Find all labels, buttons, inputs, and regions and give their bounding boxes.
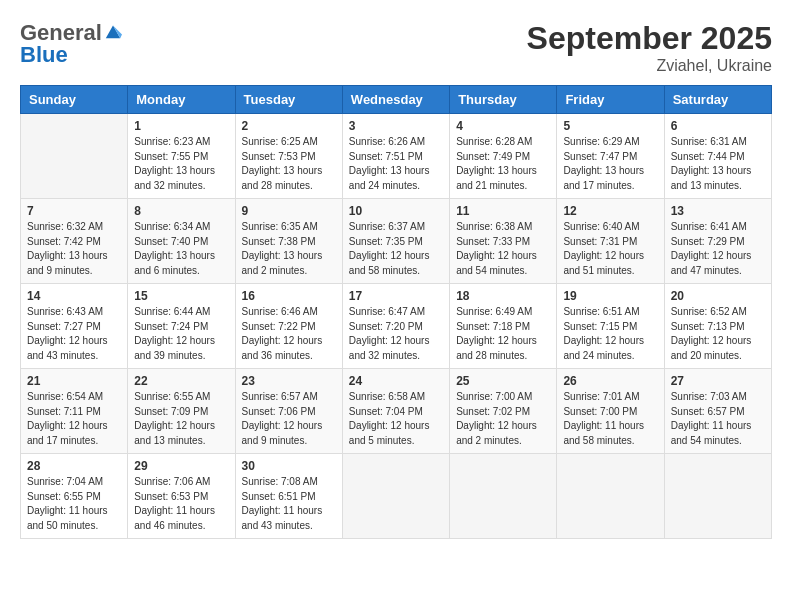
- calendar-cell: 29Sunrise: 7:06 AM Sunset: 6:53 PM Dayli…: [128, 454, 235, 539]
- weekday-header-saturday: Saturday: [664, 86, 771, 114]
- day-number: 11: [456, 204, 550, 218]
- day-number: 8: [134, 204, 228, 218]
- logo: General Blue: [20, 20, 122, 68]
- day-info: Sunrise: 6:58 AM Sunset: 7:04 PM Dayligh…: [349, 390, 443, 448]
- day-info: Sunrise: 7:04 AM Sunset: 6:55 PM Dayligh…: [27, 475, 121, 533]
- day-number: 1: [134, 119, 228, 133]
- day-number: 23: [242, 374, 336, 388]
- weekday-header-sunday: Sunday: [21, 86, 128, 114]
- calendar-cell: 4Sunrise: 6:28 AM Sunset: 7:49 PM Daylig…: [450, 114, 557, 199]
- calendar-cell: 24Sunrise: 6:58 AM Sunset: 7:04 PM Dayli…: [342, 369, 449, 454]
- day-number: 7: [27, 204, 121, 218]
- calendar-cell: 10Sunrise: 6:37 AM Sunset: 7:35 PM Dayli…: [342, 199, 449, 284]
- day-number: 24: [349, 374, 443, 388]
- day-number: 26: [563, 374, 657, 388]
- day-number: 25: [456, 374, 550, 388]
- calendar-cell: [450, 454, 557, 539]
- calendar-cell: 28Sunrise: 7:04 AM Sunset: 6:55 PM Dayli…: [21, 454, 128, 539]
- day-info: Sunrise: 6:43 AM Sunset: 7:27 PM Dayligh…: [27, 305, 121, 363]
- logo-icon: [104, 22, 122, 40]
- day-info: Sunrise: 6:51 AM Sunset: 7:15 PM Dayligh…: [563, 305, 657, 363]
- calendar-header-row: SundayMondayTuesdayWednesdayThursdayFrid…: [21, 86, 772, 114]
- calendar-cell: 30Sunrise: 7:08 AM Sunset: 6:51 PM Dayli…: [235, 454, 342, 539]
- weekday-header-wednesday: Wednesday: [342, 86, 449, 114]
- calendar-cell: [557, 454, 664, 539]
- day-info: Sunrise: 6:25 AM Sunset: 7:53 PM Dayligh…: [242, 135, 336, 193]
- title-block: September 2025 Zviahel, Ukraine: [527, 20, 772, 75]
- day-info: Sunrise: 6:44 AM Sunset: 7:24 PM Dayligh…: [134, 305, 228, 363]
- calendar-cell: 22Sunrise: 6:55 AM Sunset: 7:09 PM Dayli…: [128, 369, 235, 454]
- calendar-week-row: 7Sunrise: 6:32 AM Sunset: 7:42 PM Daylig…: [21, 199, 772, 284]
- day-info: Sunrise: 6:29 AM Sunset: 7:47 PM Dayligh…: [563, 135, 657, 193]
- calendar-cell: 16Sunrise: 6:46 AM Sunset: 7:22 PM Dayli…: [235, 284, 342, 369]
- calendar-cell: 2Sunrise: 6:25 AM Sunset: 7:53 PM Daylig…: [235, 114, 342, 199]
- day-info: Sunrise: 6:32 AM Sunset: 7:42 PM Dayligh…: [27, 220, 121, 278]
- day-info: Sunrise: 6:31 AM Sunset: 7:44 PM Dayligh…: [671, 135, 765, 193]
- weekday-header-tuesday: Tuesday: [235, 86, 342, 114]
- day-number: 6: [671, 119, 765, 133]
- calendar-cell: 12Sunrise: 6:40 AM Sunset: 7:31 PM Dayli…: [557, 199, 664, 284]
- day-number: 22: [134, 374, 228, 388]
- day-number: 5: [563, 119, 657, 133]
- calendar-cell: [21, 114, 128, 199]
- weekday-header-monday: Monday: [128, 86, 235, 114]
- day-info: Sunrise: 7:01 AM Sunset: 7:00 PM Dayligh…: [563, 390, 657, 448]
- day-info: Sunrise: 6:46 AM Sunset: 7:22 PM Dayligh…: [242, 305, 336, 363]
- calendar-cell: [342, 454, 449, 539]
- calendar-cell: 18Sunrise: 6:49 AM Sunset: 7:18 PM Dayli…: [450, 284, 557, 369]
- day-number: 17: [349, 289, 443, 303]
- day-info: Sunrise: 6:38 AM Sunset: 7:33 PM Dayligh…: [456, 220, 550, 278]
- calendar-week-row: 21Sunrise: 6:54 AM Sunset: 7:11 PM Dayli…: [21, 369, 772, 454]
- day-info: Sunrise: 7:03 AM Sunset: 6:57 PM Dayligh…: [671, 390, 765, 448]
- day-info: Sunrise: 6:34 AM Sunset: 7:40 PM Dayligh…: [134, 220, 228, 278]
- day-number: 15: [134, 289, 228, 303]
- day-number: 12: [563, 204, 657, 218]
- day-number: 16: [242, 289, 336, 303]
- calendar-cell: 23Sunrise: 6:57 AM Sunset: 7:06 PM Dayli…: [235, 369, 342, 454]
- day-number: 3: [349, 119, 443, 133]
- day-info: Sunrise: 7:06 AM Sunset: 6:53 PM Dayligh…: [134, 475, 228, 533]
- calendar-table: SundayMondayTuesdayWednesdayThursdayFrid…: [20, 85, 772, 539]
- calendar-week-row: 1Sunrise: 6:23 AM Sunset: 7:55 PM Daylig…: [21, 114, 772, 199]
- day-number: 20: [671, 289, 765, 303]
- logo-blue: Blue: [20, 42, 68, 68]
- day-info: Sunrise: 7:08 AM Sunset: 6:51 PM Dayligh…: [242, 475, 336, 533]
- page-title: September 2025: [527, 20, 772, 57]
- calendar-cell: 9Sunrise: 6:35 AM Sunset: 7:38 PM Daylig…: [235, 199, 342, 284]
- page-subtitle: Zviahel, Ukraine: [527, 57, 772, 75]
- day-info: Sunrise: 6:40 AM Sunset: 7:31 PM Dayligh…: [563, 220, 657, 278]
- calendar-cell: 5Sunrise: 6:29 AM Sunset: 7:47 PM Daylig…: [557, 114, 664, 199]
- day-number: 9: [242, 204, 336, 218]
- weekday-header-friday: Friday: [557, 86, 664, 114]
- day-info: Sunrise: 6:52 AM Sunset: 7:13 PM Dayligh…: [671, 305, 765, 363]
- calendar-week-row: 28Sunrise: 7:04 AM Sunset: 6:55 PM Dayli…: [21, 454, 772, 539]
- calendar-cell: 25Sunrise: 7:00 AM Sunset: 7:02 PM Dayli…: [450, 369, 557, 454]
- calendar-cell: 6Sunrise: 6:31 AM Sunset: 7:44 PM Daylig…: [664, 114, 771, 199]
- day-info: Sunrise: 6:47 AM Sunset: 7:20 PM Dayligh…: [349, 305, 443, 363]
- day-info: Sunrise: 6:54 AM Sunset: 7:11 PM Dayligh…: [27, 390, 121, 448]
- day-number: 29: [134, 459, 228, 473]
- day-number: 18: [456, 289, 550, 303]
- calendar-cell: 21Sunrise: 6:54 AM Sunset: 7:11 PM Dayli…: [21, 369, 128, 454]
- calendar-cell: 26Sunrise: 7:01 AM Sunset: 7:00 PM Dayli…: [557, 369, 664, 454]
- day-info: Sunrise: 6:28 AM Sunset: 7:49 PM Dayligh…: [456, 135, 550, 193]
- day-number: 10: [349, 204, 443, 218]
- day-info: Sunrise: 6:41 AM Sunset: 7:29 PM Dayligh…: [671, 220, 765, 278]
- calendar-cell: 3Sunrise: 6:26 AM Sunset: 7:51 PM Daylig…: [342, 114, 449, 199]
- day-number: 14: [27, 289, 121, 303]
- calendar-cell: 13Sunrise: 6:41 AM Sunset: 7:29 PM Dayli…: [664, 199, 771, 284]
- calendar-cell: [664, 454, 771, 539]
- calendar-cell: 8Sunrise: 6:34 AM Sunset: 7:40 PM Daylig…: [128, 199, 235, 284]
- day-info: Sunrise: 6:57 AM Sunset: 7:06 PM Dayligh…: [242, 390, 336, 448]
- day-info: Sunrise: 6:23 AM Sunset: 7:55 PM Dayligh…: [134, 135, 228, 193]
- calendar-cell: 15Sunrise: 6:44 AM Sunset: 7:24 PM Dayli…: [128, 284, 235, 369]
- day-number: 2: [242, 119, 336, 133]
- calendar-cell: 1Sunrise: 6:23 AM Sunset: 7:55 PM Daylig…: [128, 114, 235, 199]
- calendar-week-row: 14Sunrise: 6:43 AM Sunset: 7:27 PM Dayli…: [21, 284, 772, 369]
- day-number: 27: [671, 374, 765, 388]
- calendar-cell: 14Sunrise: 6:43 AM Sunset: 7:27 PM Dayli…: [21, 284, 128, 369]
- page-header: General Blue September 2025 Zviahel, Ukr…: [20, 20, 772, 75]
- day-number: 28: [27, 459, 121, 473]
- day-info: Sunrise: 6:55 AM Sunset: 7:09 PM Dayligh…: [134, 390, 228, 448]
- calendar-cell: 11Sunrise: 6:38 AM Sunset: 7:33 PM Dayli…: [450, 199, 557, 284]
